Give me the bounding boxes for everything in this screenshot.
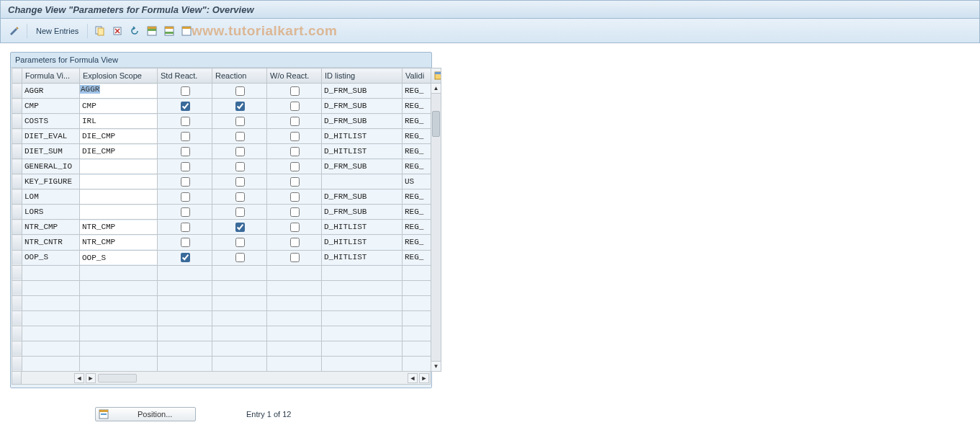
- reaction-checkbox[interactable]: [235, 117, 245, 126]
- std-react-checkbox[interactable]: [181, 192, 190, 202]
- std-react-checkbox[interactable]: [181, 132, 190, 141]
- col-formula-view[interactable]: Formula Vi...: [22, 68, 80, 84]
- table-row: [12, 265, 441, 280]
- vscroll-thumb[interactable]: [432, 111, 440, 137]
- scroll-right-end-arrow-icon[interactable]: ►: [419, 373, 429, 383]
- reaction-checkbox[interactable]: [235, 223, 245, 232]
- row-selector[interactable]: [12, 114, 22, 129]
- std-react-checkbox[interactable]: [181, 147, 190, 156]
- row-selector[interactable]: [12, 99, 22, 114]
- std-react-checkbox[interactable]: [181, 223, 190, 232]
- row-selector[interactable]: [12, 144, 22, 159]
- row-selector[interactable]: [12, 280, 22, 295]
- wo-react-checkbox[interactable]: [290, 192, 300, 202]
- col-explosion-scope[interactable]: Explosion Scope: [80, 68, 158, 84]
- scroll-right-arrow-icon[interactable]: ►: [86, 373, 96, 383]
- wo-react-checkbox[interactable]: [290, 147, 300, 156]
- reaction-checkbox[interactable]: [235, 253, 245, 262]
- std-react-checkbox[interactable]: [181, 207, 190, 217]
- reaction-checkbox[interactable]: [235, 177, 245, 187]
- wo-react-checkbox[interactable]: [290, 238, 300, 247]
- reaction-checkbox[interactable]: [235, 162, 245, 171]
- scroll-left-arrow-icon[interactable]: ◄: [74, 373, 84, 383]
- reaction-checkbox[interactable]: [235, 86, 245, 96]
- wo-react-checkbox[interactable]: [290, 253, 300, 262]
- row-selector[interactable]: [12, 205, 22, 220]
- scroll-down-arrow-icon[interactable]: ▼: [431, 361, 441, 371]
- toggle-display-change-icon[interactable]: [8, 24, 21, 37]
- empty-cell: [212, 326, 267, 341]
- new-entries-button[interactable]: New Entries: [33, 25, 81, 37]
- row-selector[interactable]: [12, 159, 22, 174]
- std-react-checkbox[interactable]: [181, 117, 190, 126]
- vscroll-track[interactable]: ▲▼: [431, 84, 441, 372]
- explosion-scope-input[interactable]: [80, 205, 157, 219]
- wo-react-checkbox[interactable]: [290, 86, 300, 96]
- row-selector[interactable]: [12, 265, 22, 280]
- delete-icon[interactable]: [111, 24, 124, 37]
- explosion-scope-input[interactable]: [80, 220, 157, 234]
- col-std-react[interactable]: Std React.: [158, 68, 212, 84]
- explosion-scope-input[interactable]: [80, 190, 157, 204]
- row-selector[interactable]: [12, 220, 22, 235]
- undo-change-icon[interactable]: [128, 24, 141, 37]
- std-react-checkbox[interactable]: [181, 177, 190, 187]
- explosion-scope-input[interactable]: [80, 160, 157, 174]
- position-button[interactable]: Position...: [95, 407, 196, 421]
- explosion-scope-input[interactable]: [80, 130, 157, 143]
- row-selector[interactable]: [12, 129, 22, 144]
- empty-cell: [403, 295, 431, 310]
- reaction-checkbox[interactable]: [235, 238, 245, 247]
- wo-react-checkbox[interactable]: [290, 162, 300, 171]
- explosion-scope-input[interactable]: [80, 236, 157, 249]
- scroll-left-end-arrow-icon[interactable]: ◄: [408, 373, 418, 383]
- wo-react-checkbox[interactable]: [290, 132, 300, 141]
- explosion-scope-input[interactable]: [80, 251, 157, 264]
- scroll-up-arrow-icon[interactable]: ▲: [431, 84, 441, 94]
- row-selector[interactable]: [12, 174, 22, 189]
- wo-react-checkbox[interactable]: [290, 223, 300, 232]
- col-validity[interactable]: Validi: [403, 68, 431, 84]
- copy-as-icon[interactable]: [94, 24, 107, 37]
- explosion-scope-input[interactable]: [80, 115, 157, 128]
- explosion-scope-input[interactable]: [80, 175, 157, 189]
- select-all-icon[interactable]: [145, 24, 158, 37]
- std-react-checkbox[interactable]: [181, 238, 190, 247]
- explosion-scope-input[interactable]: [80, 99, 157, 113]
- explosion-scope-input[interactable]: [80, 145, 157, 158]
- col-reaction[interactable]: Reaction: [212, 68, 267, 84]
- std-react-checkbox[interactable]: [181, 253, 190, 262]
- col-wo-react[interactable]: W/o React.: [267, 68, 322, 84]
- row-selector[interactable]: [12, 250, 22, 265]
- row-selector[interactable]: [12, 310, 22, 326]
- explosion-scope-input[interactable]: AGGR: [80, 85, 100, 94]
- row-selector[interactable]: [12, 235, 22, 250]
- table-config-icon[interactable]: [431, 68, 441, 84]
- reaction-checkbox[interactable]: [235, 147, 245, 156]
- wo-react-checkbox[interactable]: [290, 102, 300, 111]
- reaction-checkbox[interactable]: [235, 192, 245, 202]
- deselect-all-icon[interactable]: [180, 24, 193, 37]
- row-selector[interactable]: [12, 356, 22, 371]
- reaction-checkbox[interactable]: [235, 132, 245, 141]
- empty-cell: [212, 310, 267, 326]
- wo-react-checkbox[interactable]: [290, 117, 300, 126]
- row-selector[interactable]: [12, 189, 22, 205]
- wo-react-checkbox[interactable]: [290, 207, 300, 217]
- select-block-icon[interactable]: [163, 24, 176, 37]
- std-react-checkbox[interactable]: [181, 102, 190, 111]
- empty-cell: [22, 295, 80, 310]
- row-selector[interactable]: [12, 84, 22, 99]
- hscroll-thumb[interactable]: [98, 374, 137, 382]
- std-react-checkbox[interactable]: [181, 86, 190, 96]
- row-selector[interactable]: [12, 341, 22, 356]
- row-selector[interactable]: [12, 326, 22, 341]
- reaction-checkbox[interactable]: [235, 207, 245, 217]
- row-selector[interactable]: [12, 295, 22, 310]
- validity-cell: REG_: [403, 115, 431, 128]
- row-selector-header[interactable]: [12, 68, 22, 84]
- wo-react-checkbox[interactable]: [290, 177, 300, 187]
- reaction-checkbox[interactable]: [235, 102, 245, 111]
- col-id-listing[interactable]: ID listing: [322, 68, 403, 84]
- std-react-checkbox[interactable]: [181, 162, 190, 171]
